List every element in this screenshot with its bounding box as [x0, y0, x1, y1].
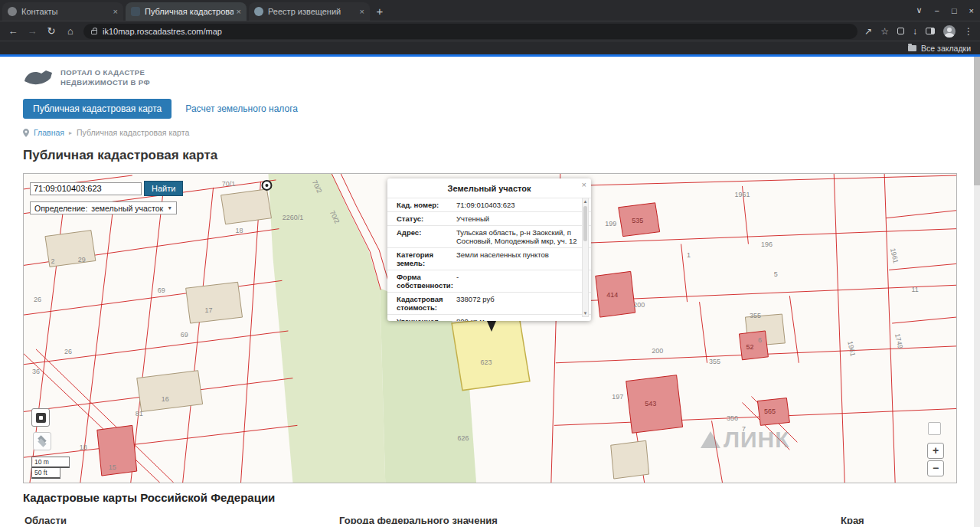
survey-point-icon	[262, 181, 271, 190]
window-maximize-button[interactable]: □	[952, 6, 957, 15]
breadcrumb: Главная ▸ Публичная кадастровая карта	[23, 128, 957, 137]
map-scale-control: 10 m 50 ft	[31, 457, 70, 479]
logo-line1: ПОРТАЛ О КАДАСТРЕ	[60, 68, 150, 78]
tab-search-chevron-icon[interactable]: ∨	[916, 5, 922, 15]
parcel-label: 1961	[734, 191, 750, 198]
page-scrollbar[interactable]	[974, 57, 980, 527]
bookmarks-bar: Все закладки	[0, 41, 980, 54]
cadastral-map[interactable]: 70/170/270/22260/11822926691769263616811…	[23, 173, 957, 483]
zoom-out-button[interactable]: −	[927, 460, 944, 476]
parcel-label: 18	[80, 444, 87, 451]
bookmarks-folder-icon[interactable]	[908, 45, 916, 51]
popup-scrollbar[interactable]: ▲ ▼	[582, 198, 589, 317]
breadcrumb-home-link[interactable]: Главная	[34, 128, 64, 137]
site-logo[interactable]: ПОРТАЛ О КАДАСТРЕ НЕДВИЖИМОСТИ В РФ	[23, 67, 957, 89]
browser-tab-registry[interactable]: Реестр извещений ×	[249, 2, 370, 21]
parcel-label: 414	[606, 291, 618, 299]
page-body: ПОРТАЛ О КАДАСТРЕ НЕДВИЖИМОСТИ В РФ Публ…	[0, 57, 980, 527]
address-bar[interactable]: ik10map.roscadastres.com/map	[83, 24, 858, 39]
parcel-label: 2260/1	[283, 214, 303, 221]
scale-meters: 10 m	[31, 457, 70, 468]
column-oblasti[interactable]: Области	[24, 515, 67, 524]
parcel-label: 535	[632, 217, 643, 224]
parcel-label: 199	[605, 220, 616, 227]
reload-button-icon[interactable]: ↻	[45, 26, 57, 36]
popup-close-icon[interactable]: ×	[582, 180, 586, 189]
parcel-label: 36	[32, 368, 40, 375]
popup-row: Адрес:Тульская область, р-н Заокский, п …	[387, 225, 591, 247]
parcel-label: 5	[774, 270, 778, 278]
parcel-label: 355	[709, 358, 720, 365]
parcel-label: 52	[746, 343, 753, 351]
parcel-label: 1	[687, 251, 691, 259]
parcel-label: 69	[158, 286, 165, 294]
field-label: Форма собственности:	[387, 270, 455, 292]
field-value: Земли населенных пунктов	[455, 248, 591, 270]
browser-toolbar: ← → ↻ ⌂ ik10map.roscadastres.com/map ↗ ☆…	[0, 21, 980, 41]
contacts-favicon-icon	[8, 7, 17, 16]
home-button-icon[interactable]: ⌂	[64, 26, 77, 36]
field-label: Категория земель:	[387, 248, 455, 270]
browser-window: Контакты × Публичная кадастровая ка × Ре…	[0, 0, 980, 57]
tab-title: Публичная кадастровая ка	[145, 7, 234, 16]
region-columns: Области Города федерального значения Кра…	[23, 515, 957, 524]
nav-tab-land-tax[interactable]: Расчет земельного налога	[185, 103, 298, 114]
parcel-label: 200	[652, 347, 663, 355]
share-icon[interactable]: ↗	[864, 27, 872, 36]
parcel-label: 356	[727, 414, 738, 422]
back-button-icon[interactable]: ←	[7, 26, 19, 36]
russia-map-logo-icon	[23, 67, 54, 89]
popup-title: Земельный участок	[387, 178, 591, 198]
field-value: -	[455, 270, 591, 292]
nav-tab-public-map[interactable]: Публичная кадастровая карта	[23, 99, 172, 119]
find-button[interactable]: Найти	[144, 181, 183, 196]
scrollbar-thumb[interactable]	[583, 206, 587, 241]
tab-close-icon[interactable]: ×	[360, 7, 364, 16]
new-tab-button[interactable]: +	[370, 1, 390, 21]
page-scrollbar-thumb[interactable]	[974, 57, 980, 185]
column-federal-cities[interactable]: Города федерального значения	[339, 515, 498, 524]
site-security-lock-icon[interactable]	[91, 30, 97, 34]
parcel-info-popup: × Земельный участок Кад. номер:71:09:010…	[387, 178, 591, 321]
object-type-select[interactable]: Определение: земельный участок ▼	[30, 201, 177, 214]
tab-close-icon[interactable]: ×	[113, 7, 118, 16]
side-panel-icon[interactable]	[926, 28, 935, 34]
parcel-label: 26	[64, 348, 72, 355]
field-label: Адрес:	[387, 226, 455, 247]
extensions-puzzle-icon[interactable]	[897, 28, 904, 34]
scroll-down-icon[interactable]: ▼	[583, 311, 588, 316]
scroll-up-icon[interactable]: ▲	[583, 199, 588, 204]
parcel-label: 69	[181, 331, 188, 339]
popup-row: Кад. номер:71:09:010403:623	[387, 198, 591, 211]
all-bookmarks-label[interactable]: Все закладки	[921, 44, 971, 53]
parcel-label: 17	[205, 306, 213, 314]
downloads-icon[interactable]: ↓	[913, 27, 917, 36]
column-kraya[interactable]: Края	[841, 515, 864, 524]
browser-tab-contacts[interactable]: Контакты ×	[2, 2, 123, 21]
window-minimize-button[interactable]: −	[934, 6, 939, 15]
page-title: Публичная кадастровая карта	[23, 148, 957, 163]
forward-button-icon[interactable]: →	[26, 26, 38, 36]
field-value: 71:09:010403:623	[455, 198, 591, 211]
tab-strip: Контакты × Публичная кадастровая ка × Ре…	[0, 0, 980, 21]
browser-menu-icon[interactable]: ⋮	[964, 27, 973, 36]
profile-avatar[interactable]	[943, 25, 956, 38]
window-close-button[interactable]: ×	[969, 6, 974, 15]
map-search-control: Найти	[30, 181, 183, 196]
url-text[interactable]: ik10map.roscadastres.com/map	[103, 27, 222, 36]
base-layer-button[interactable]	[31, 408, 50, 427]
zoom-in-button[interactable]: +	[927, 443, 944, 459]
tab-close-icon[interactable]: ×	[237, 7, 241, 16]
browser-tab-cadastral-map[interactable]: Публичная кадастровая ка ×	[126, 2, 247, 21]
parcel-label: 626	[458, 434, 469, 442]
fullscreen-button[interactable]	[928, 422, 941, 435]
parcel-label: 565	[764, 408, 776, 415]
parcel-label: 18	[236, 227, 243, 234]
field-value: 338072 руб	[455, 293, 591, 314]
field-value: Учтенный	[455, 212, 591, 225]
object-type-label: Определение:	[34, 204, 87, 213]
parcel-label: 29	[78, 256, 86, 264]
layers-button[interactable]	[33, 432, 51, 450]
bookmark-star-icon[interactable]: ☆	[880, 27, 889, 36]
cadastral-number-input[interactable]	[30, 182, 142, 195]
